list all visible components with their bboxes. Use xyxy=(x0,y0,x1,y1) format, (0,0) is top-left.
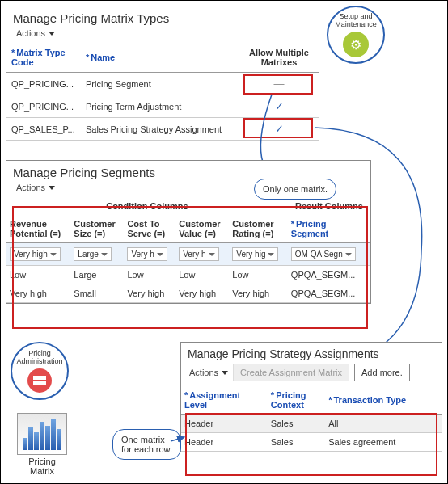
table-row[interactable]: LowLargeLowLowLowQPQA_SEGM... xyxy=(6,266,370,284)
cell: QPQA_SEGM... xyxy=(288,284,370,303)
cell: Very h xyxy=(124,243,175,266)
gear-icon: ⚙ xyxy=(343,32,369,57)
svg-rect-1 xyxy=(33,380,46,381)
panel3-actions-menu[interactable]: Actions xyxy=(189,368,228,377)
cell: Very high xyxy=(6,243,70,266)
col-matrix-type-code[interactable]: *Matrix Type Code xyxy=(6,43,81,73)
chevron-down-icon xyxy=(157,253,163,256)
panel1-title: Manage Pricing Matrix Types xyxy=(6,6,319,27)
cell: Very hig xyxy=(229,243,288,266)
pricing-matrix-icon-block[interactable]: Pricing Matrix xyxy=(12,413,72,476)
col-cost[interactable]: Cost To Serve (=) xyxy=(124,215,175,243)
cell-allow: ✓ xyxy=(239,95,319,118)
chevron-down-icon xyxy=(101,253,108,256)
pricing-admin-badge: PricingAdministration xyxy=(11,342,69,400)
chevron-down-icon xyxy=(345,253,352,256)
cell-level: Header xyxy=(181,415,268,433)
cell-level: Header xyxy=(181,433,268,452)
chevron-down-icon xyxy=(222,371,228,375)
badge-setup-l1: Setup and xyxy=(339,12,372,20)
dropdown[interactable]: Very h xyxy=(179,247,218,261)
cell-ttype: Sales agreement xyxy=(325,433,442,452)
chevron-down-icon xyxy=(209,253,215,256)
assignments-table: *Assignment Level *Pricing Context *Tran… xyxy=(181,386,442,452)
manage-pricing-matrix-types-panel: Manage Pricing Matrix Types Actions *Mat… xyxy=(6,6,319,141)
cell-context: Sales xyxy=(268,433,325,452)
check-icon: ✓ xyxy=(244,123,314,135)
badge-admin-l2: Administration xyxy=(16,357,62,365)
dash-icon: — xyxy=(244,78,314,90)
cell: Small xyxy=(70,284,124,303)
table-row[interactable]: Very highSmallVery highVery highVery hig… xyxy=(6,284,370,303)
badge-setup-l2: Maintenance xyxy=(335,20,377,28)
group-result-columns: Result Columns xyxy=(288,197,370,215)
panel3-title: Manage Pricing Strategy Assignments xyxy=(181,343,442,362)
col-size[interactable]: Customer Size (=) xyxy=(70,215,124,243)
cell: Very high xyxy=(229,284,288,303)
panel2-actions-menu[interactable]: Actions xyxy=(6,181,63,197)
dropdown[interactable]: Very hig xyxy=(232,247,278,261)
col-pricing-context[interactable]: *Pricing Context xyxy=(268,386,325,415)
table-row[interactable]: Very highLargeVery hVery hVery higOM QA … xyxy=(6,243,370,266)
cell: OM QA Segn xyxy=(288,243,370,266)
panel1-actions-menu[interactable]: Actions xyxy=(6,27,63,43)
actions-label: Actions xyxy=(16,183,45,192)
actions-label: Actions xyxy=(16,28,45,38)
dropdown[interactable]: OM QA Segn xyxy=(291,247,356,261)
cell: Low xyxy=(229,266,288,284)
cell-code: QP_PRICING... xyxy=(6,95,81,118)
chevron-down-icon xyxy=(49,186,55,190)
group-condition-columns: Condition Columns xyxy=(6,197,288,215)
chevron-down-icon xyxy=(49,32,55,36)
table-row[interactable]: QP_SALES_P...Sales Pricing Strategy Assi… xyxy=(6,118,319,141)
cell: QPQA_SEGM... xyxy=(288,266,370,284)
badge-admin-l1: Pricing xyxy=(28,349,51,357)
col-name[interactable]: *Name xyxy=(81,43,239,73)
cell-name: Pricing Segment xyxy=(81,73,239,95)
col-allow-multiple[interactable]: Allow Multiple Matrixes xyxy=(239,43,319,73)
manage-strategy-assignments-panel: Manage Pricing Strategy Assignments Acti… xyxy=(180,342,442,452)
callout-each-row: One matrix for each row. xyxy=(112,429,181,460)
table-row[interactable]: QP_PRICING...Pricing Term Adjustment✓ xyxy=(6,95,319,118)
matrix-icon-label: Pricing Matrix xyxy=(12,457,72,476)
add-more-button[interactable]: Add more. xyxy=(354,364,410,381)
cell-allow: — xyxy=(239,73,319,95)
col-rating[interactable]: Customer Rating (=) xyxy=(229,215,288,243)
cell: Large xyxy=(70,243,124,266)
callout-only-one: Only one matrix. xyxy=(254,179,336,200)
table-row[interactable]: HeaderSalesSales agreement xyxy=(181,433,442,452)
setup-maintenance-badge: Setup andMaintenance ⚙ xyxy=(327,6,385,64)
cell-name: Pricing Term Adjustment xyxy=(81,95,239,118)
chevron-down-icon xyxy=(268,253,274,256)
col-transaction-type[interactable]: *Transaction Type xyxy=(325,386,442,415)
col-revenue[interactable]: Revenue Potential (=) xyxy=(6,215,70,243)
segments-table: Condition Columns Result Columns Revenue… xyxy=(6,197,370,303)
cell: Very high xyxy=(6,284,70,303)
dropdown[interactable]: Very high xyxy=(10,247,61,261)
cell: Low xyxy=(124,266,175,284)
table-row[interactable]: HeaderSalesAll xyxy=(181,415,442,433)
col-segment[interactable]: *Pricing Segment xyxy=(288,215,370,243)
chevron-down-icon xyxy=(50,253,57,256)
dropdown[interactable]: Large xyxy=(74,247,112,261)
matrix-chart-icon xyxy=(17,413,67,455)
col-assign-level[interactable]: *Assignment Level xyxy=(181,386,268,415)
check-icon: ✓ xyxy=(244,100,314,112)
cell-code: QP_PRICING... xyxy=(6,73,81,95)
cell-allow: ✓ xyxy=(239,118,319,141)
cell: Very high xyxy=(175,284,229,303)
cell-name: Sales Pricing Strategy Assignment xyxy=(81,118,239,141)
create-assignment-matrix-button[interactable]: Create Assignment Matrix xyxy=(233,364,349,381)
cell-ttype: All xyxy=(325,415,442,433)
cell: Large xyxy=(70,266,124,284)
dropdown[interactable]: Very h xyxy=(127,247,167,261)
cell: Low xyxy=(175,266,229,284)
matrix-types-table: *Matrix Type Code *Name Allow Multiple M… xyxy=(6,43,319,141)
cell-context: Sales xyxy=(268,415,325,433)
cell: Very h xyxy=(175,243,229,266)
cell: Low xyxy=(6,266,70,284)
table-row[interactable]: QP_PRICING...Pricing Segment— xyxy=(6,73,319,95)
actions-label: Actions xyxy=(189,368,218,377)
col-value[interactable]: Customer Value (=) xyxy=(175,215,229,243)
cell-code: QP_SALES_P... xyxy=(6,118,81,141)
